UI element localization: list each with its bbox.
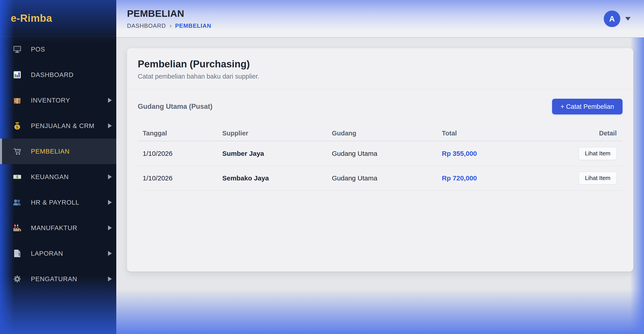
bar-chart-icon <box>12 70 22 80</box>
column-header-supplier: Supplier <box>217 130 327 137</box>
table-header-row: Tanggal Supplier Gudang Total Detail <box>138 126 622 141</box>
breadcrumb-item-dashboard[interactable]: DASHBOARD <box>127 22 166 29</box>
page-title: PEMBELIAN <box>127 8 211 19</box>
cell-detail: Lihat Item <box>531 147 622 160</box>
lihat-item-button[interactable]: Lihat Item <box>579 172 617 185</box>
breadcrumb-separator: › <box>170 22 172 29</box>
app-logo-text: e-Rimba <box>11 12 52 24</box>
sidebar-item-label: PEMBELIAN <box>31 148 70 155</box>
sidebar-item-label: KEUANGAN <box>31 173 69 181</box>
cell-tanggal: 1/10/2026 <box>138 150 217 157</box>
chevron-right-icon <box>108 251 112 256</box>
topbar-titles: PEMBELIAN DASHBOARD › PEMBELIAN <box>127 8 211 29</box>
cell-tanggal: 1/10/2026 <box>138 174 217 182</box>
chevron-right-icon <box>108 174 112 179</box>
chevron-right-icon <box>108 225 112 230</box>
sidebar-item-label: INVENTORY <box>31 97 70 104</box>
sidebar-item-laporan[interactable]: LAPORAN <box>0 241 116 266</box>
table-row: 1/10/2026 Sumber Jaya Gudang Utama Rp 35… <box>138 141 622 166</box>
svg-text:$: $ <box>16 175 18 179</box>
package-icon <box>12 96 22 105</box>
cell-gudang: Gudang Utama <box>327 174 437 182</box>
card-body: Gudang Utama (Pusat) + Catat Pembelian T… <box>127 89 633 190</box>
column-header-gudang: Gudang <box>327 130 437 137</box>
sidebar-menu: POS DASHBOARD INVENTORY $ PENJUALAN & CR… <box>0 37 116 292</box>
svg-text:$: $ <box>16 125 18 129</box>
user-menu[interactable]: A <box>604 11 630 27</box>
sidebar-item-dashboard[interactable]: DASHBOARD <box>0 62 116 88</box>
sidebar-item-keuangan[interactable]: $ KEUANGAN <box>0 164 116 190</box>
sidebar-item-label: LAPORAN <box>31 250 63 257</box>
chevron-right-icon <box>108 98 112 103</box>
sidebar-item-pembelian[interactable]: PEMBELIAN <box>0 139 116 164</box>
shopping-cart-icon <box>12 147 22 156</box>
avatar[interactable]: A <box>604 11 620 27</box>
table-row: 1/10/2026 Sembako Jaya Gudang Utama Rp 7… <box>138 166 622 190</box>
sidebar-item-pengaturan[interactable]: PENGATURAN <box>0 266 116 292</box>
column-header-tanggal: Tanggal <box>138 130 217 137</box>
cell-total: Rp 355,000 <box>437 150 531 157</box>
sidebar-item-manufaktur[interactable]: MANUFAKTUR <box>0 215 116 241</box>
money-bag-icon: $ <box>12 121 22 131</box>
lihat-item-button[interactable]: Lihat Item <box>579 147 617 160</box>
cell-supplier: Sembako Jaya <box>217 174 327 182</box>
card-subtitle: Catat pembelian bahan baku dari supplier… <box>138 73 622 80</box>
chevron-right-icon <box>108 123 112 128</box>
app-logo[interactable]: e-Rimba <box>0 0 116 37</box>
purchases-table: Tanggal Supplier Gudang Total Detail 1/1… <box>138 126 622 190</box>
section-row: Gudang Utama (Pusat) + Catat Pembelian <box>138 99 622 114</box>
gear-icon <box>12 274 22 284</box>
breadcrumb: DASHBOARD › PEMBELIAN <box>127 22 211 29</box>
report-document-icon <box>12 249 22 258</box>
sidebar-item-hr-payroll[interactable]: HR & PAYROLL <box>0 190 116 215</box>
card-title: Pembelian (Purchasing) <box>138 59 622 70</box>
cell-supplier: Sumber Jaya <box>217 150 327 157</box>
sidebar-item-label: DASHBOARD <box>31 71 74 79</box>
banknote-icon: $ <box>12 172 22 182</box>
sidebar-item-label: MANUFAKTUR <box>31 224 77 232</box>
sidebar-item-label: PENGATURAN <box>31 275 77 283</box>
cell-gudang: Gudang Utama <box>327 150 437 157</box>
column-header-detail: Detail <box>531 130 622 137</box>
cell-detail: Lihat Item <box>531 172 622 185</box>
cell-total: Rp 720,000 <box>437 174 531 182</box>
sidebar-item-label: HR & PAYROLL <box>31 199 79 206</box>
chevron-right-icon <box>108 276 112 281</box>
people-icon <box>12 198 22 207</box>
topbar: PEMBELIAN DASHBOARD › PEMBELIAN A <box>116 0 644 38</box>
factory-icon <box>12 223 22 233</box>
warehouse-section-title: Gudang Utama (Pusat) <box>138 103 212 111</box>
pembelian-card: Pembelian (Purchasing) Catat pembelian b… <box>127 48 633 271</box>
chevron-right-icon <box>108 200 112 205</box>
sidebar-item-penjualan-crm[interactable]: $ PENJUALAN & CRM <box>0 113 116 139</box>
chevron-down-icon[interactable] <box>625 17 630 21</box>
breadcrumb-item-pembelian[interactable]: PEMBELIAN <box>175 22 211 29</box>
catat-pembelian-button[interactable]: + Catat Pembelian <box>552 99 622 114</box>
sidebar-item-pos[interactable]: POS <box>0 37 116 62</box>
sidebar: e-Rimba POS DASHBOARD INVENTORY $ <box>0 0 116 334</box>
main-area: PEMBELIAN DASHBOARD › PEMBELIAN A Pembel… <box>116 0 644 334</box>
pos-monitor-icon <box>12 45 22 54</box>
sidebar-item-inventory[interactable]: INVENTORY <box>0 88 116 113</box>
sidebar-item-label: PENJUALAN & CRM <box>31 122 94 130</box>
sidebar-item-label: POS <box>31 46 45 53</box>
column-header-total: Total <box>437 130 531 137</box>
card-header: Pembelian (Purchasing) Catat pembelian b… <box>127 48 633 89</box>
page-body: Pembelian (Purchasing) Catat pembelian b… <box>116 38 644 271</box>
